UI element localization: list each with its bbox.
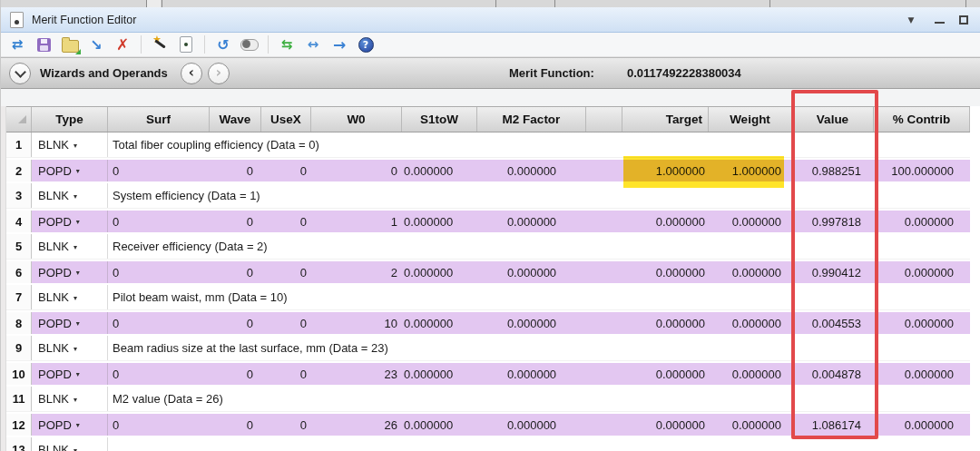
m2-factor-cell[interactable]: 0.000000 <box>477 211 586 232</box>
delete-operand-button[interactable]: ✗ <box>113 34 132 54</box>
target-cell[interactable]: 0.000000 <box>622 261 709 283</box>
table-row[interactable]: 9 BLNK ▾ Beam radius size at the last su… <box>6 336 970 361</box>
operand-type-cell[interactable]: BLNK ▾ <box>32 387 108 411</box>
weight-cell[interactable]: 0.000000 <box>709 363 792 385</box>
comment-cell[interactable]: Pilot beam waist, mm (Data = 10) <box>108 285 970 309</box>
target-cell[interactable]: 1.000000 <box>622 160 709 181</box>
comment-cell[interactable] <box>108 437 970 451</box>
operand-type-cell[interactable]: BLNK ▾ <box>32 234 108 259</box>
contrib-cell[interactable]: 0.000000 <box>874 414 970 436</box>
column-header-usex[interactable]: UseX <box>261 107 311 132</box>
properties-button[interactable] <box>177 34 195 54</box>
title-bar[interactable]: Merit Function Editor ▼ <box>1 7 980 33</box>
type-dropdown-arrow-icon[interactable]: ▾ <box>74 243 77 251</box>
reverse-button[interactable]: ↺ <box>214 34 232 54</box>
header-corner-cell[interactable] <box>6 107 32 132</box>
surf-cell[interactable]: 0 <box>108 363 210 385</box>
operand-type-cell[interactable]: BLNK ▾ <box>32 336 108 360</box>
weight-cell[interactable]: 0.000000 <box>709 312 792 334</box>
column-header-target[interactable]: Target <box>622 107 709 132</box>
nav-back-button[interactable]: ‹ <box>181 63 202 84</box>
s1tow-cell[interactable]: 0.000000 <box>402 312 477 334</box>
table-row[interactable]: 7 BLNK ▾ Pilot beam waist, mm (Data = 10… <box>6 285 970 310</box>
row-number[interactable]: 1 <box>6 132 32 157</box>
comment-cell[interactable]: Beam radius size at the last surface, mm… <box>108 336 970 360</box>
operand-type-cell[interactable]: POPD ▾ <box>32 414 108 436</box>
table-row[interactable]: 6 POPD ▾ 0 0 0 2 0.000000 0.000000 0.000… <box>6 260 970 285</box>
column-header-value[interactable]: Value <box>792 107 874 132</box>
open-button[interactable] <box>61 34 79 54</box>
surf-cell[interactable]: 0 <box>108 414 210 436</box>
table-row[interactable]: 5 BLNK ▾ Receiver efficiency (Data = 2) <box>6 234 970 260</box>
target-cell[interactable]: 0.000000 <box>622 312 709 334</box>
usex-cell[interactable]: 0 <box>261 363 311 385</box>
type-dropdown-arrow-icon[interactable]: ▾ <box>76 421 80 429</box>
comment-cell[interactable]: M2 value (Data = 26) <box>108 387 970 411</box>
type-dropdown-arrow-icon[interactable]: ▾ <box>74 446 77 451</box>
value-cell[interactable]: 0.004553 <box>792 312 874 334</box>
table-row[interactable]: 13 BLNK ▾ <box>6 437 970 451</box>
column-header-type[interactable]: Type <box>32 107 108 132</box>
table-row[interactable]: 10 POPD ▾ 0 0 0 23 0.000000 0.000000 0.0… <box>6 361 970 387</box>
table-row[interactable]: 4 POPD ▾ 0 0 0 1 0.000000 0.000000 0.000… <box>6 209 970 234</box>
column-header-s1tow[interactable]: S1toW <box>402 107 477 132</box>
type-dropdown-arrow-icon[interactable]: ▾ <box>74 345 77 353</box>
usex-cell[interactable]: 0 <box>261 312 311 334</box>
go-to-button[interactable]: → <box>330 34 348 54</box>
target-cell[interactable]: 0.000000 <box>622 211 709 232</box>
row-number[interactable]: 11 <box>6 387 32 411</box>
type-dropdown-arrow-icon[interactable]: ▾ <box>76 319 80 328</box>
swap-rows-button[interactable]: ⇆ <box>278 34 296 54</box>
column-header-m2factor[interactable]: M2 Factor <box>477 107 586 132</box>
row-number[interactable]: 9 <box>6 336 32 360</box>
wizard-button[interactable]: ★ <box>151 34 169 54</box>
w0-cell[interactable]: 10 <box>311 312 402 334</box>
table-row[interactable]: 11 BLNK ▾ M2 value (Data = 26) <box>6 387 970 412</box>
row-number[interactable]: 2 <box>6 160 32 181</box>
operand-type-cell[interactable]: POPD ▾ <box>32 160 108 181</box>
table-row[interactable]: 8 POPD ▾ 0 0 0 10 0.000000 0.000000 0.00… <box>6 310 970 336</box>
value-cell[interactable]: 0.990412 <box>792 261 874 283</box>
row-number[interactable]: 7 <box>6 285 32 309</box>
wave-cell[interactable]: 0 <box>210 211 261 232</box>
type-dropdown-arrow-icon[interactable]: ▾ <box>76 370 80 378</box>
row-number[interactable]: 13 <box>6 437 32 451</box>
table-row[interactable]: 2 POPD ▾ 0 0 0 0 0.000000 0.000000 1.000… <box>6 158 970 183</box>
type-dropdown-arrow-icon[interactable]: ▾ <box>76 269 80 277</box>
row-number[interactable]: 4 <box>6 211 32 232</box>
usex-cell[interactable]: 0 <box>261 261 311 283</box>
usex-cell[interactable]: 0 <box>261 414 311 436</box>
window-menu-button[interactable]: ▼ <box>902 10 920 30</box>
operand-type-cell[interactable]: BLNK ▾ <box>32 183 108 208</box>
w0-cell[interactable]: 2 <box>311 261 402 283</box>
value-cell[interactable]: 0.004878 <box>792 363 874 385</box>
toggle-button[interactable] <box>240 34 259 54</box>
value-cell[interactable]: 0.997818 <box>792 211 874 232</box>
surf-cell[interactable]: 0 <box>108 261 210 283</box>
operand-type-cell[interactable]: BLNK ▾ <box>32 132 108 157</box>
table-row[interactable]: 12 POPD ▾ 0 0 0 26 0.000000 0.000000 0.0… <box>6 412 970 437</box>
table-row[interactable]: 3 BLNK ▾ System efficiency (Data = 1) <box>6 183 970 209</box>
operand-type-cell[interactable]: BLNK ▾ <box>32 285 108 309</box>
row-number[interactable]: 10 <box>6 363 32 385</box>
s1tow-cell[interactable]: 0.000000 <box>402 261 477 283</box>
comment-cell[interactable]: Total fiber coupling efficiency (Data = … <box>108 132 970 157</box>
m2-factor-cell[interactable]: 0.000000 <box>477 312 586 334</box>
contrib-cell[interactable]: 0.000000 <box>874 261 970 283</box>
target-cell[interactable]: 0.000000 <box>622 363 709 385</box>
contrib-cell[interactable]: 0.000000 <box>874 363 970 385</box>
row-number[interactable]: 3 <box>6 183 32 208</box>
m2-factor-cell[interactable]: 0.000000 <box>477 160 586 181</box>
usex-cell[interactable]: 0 <box>261 211 311 232</box>
usex-cell[interactable]: 0 <box>261 160 311 181</box>
column-header-contrib[interactable]: % Contrib <box>874 107 970 132</box>
contrib-cell[interactable]: 100.000000 <box>874 160 970 181</box>
s1tow-cell[interactable]: 0.000000 <box>402 363 477 385</box>
m2-factor-cell[interactable]: 0.000000 <box>477 414 586 436</box>
column-header-wave[interactable]: Wave <box>210 107 261 132</box>
update-button[interactable]: ⇄ <box>8 34 26 54</box>
row-number[interactable]: 12 <box>6 414 32 436</box>
w0-cell[interactable]: 23 <box>311 363 402 385</box>
comment-cell[interactable]: System efficiency (Data = 1) <box>108 183 970 208</box>
wave-cell[interactable]: 0 <box>210 160 261 181</box>
